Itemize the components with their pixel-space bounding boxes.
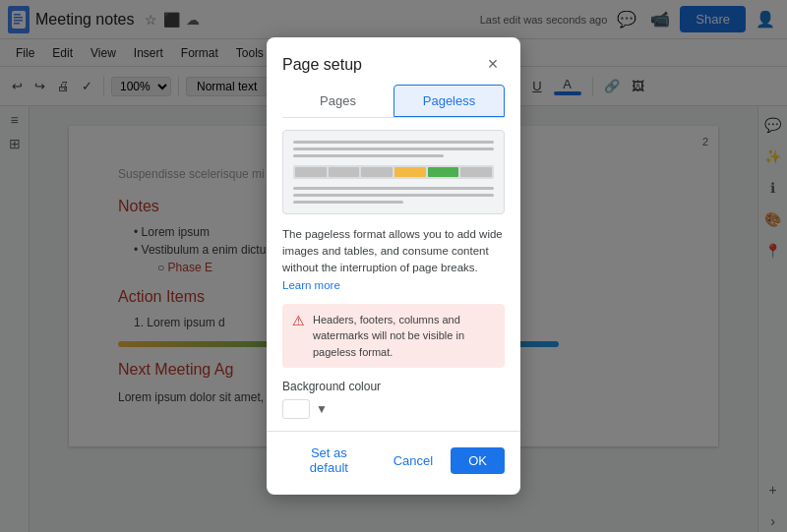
warning-box: ⚠ Headers, footers, columns and watermar… bbox=[282, 304, 505, 369]
page-setup-modal: Page setup × Pages Pageless bbox=[267, 37, 520, 496]
cancel-button[interactable]: Cancel bbox=[384, 447, 443, 474]
bg-color-label: Background colour bbox=[282, 380, 505, 393]
preview-line-2 bbox=[293, 148, 494, 150]
color-picker-row: ▼ bbox=[282, 399, 505, 419]
warning-message: Headers, footers, columns and watermarks… bbox=[313, 312, 495, 361]
learn-more-link[interactable]: Learn more bbox=[282, 279, 340, 291]
tab-pageless[interactable]: Pageless bbox=[394, 85, 505, 117]
modal-overlay[interactable]: Page setup × Pages Pageless bbox=[0, 0, 787, 532]
warning-triangle-icon: ⚠ bbox=[292, 313, 305, 328]
modal-close-button[interactable]: × bbox=[481, 53, 505, 77]
preview-line-4 bbox=[293, 187, 494, 190]
color-swatch[interactable] bbox=[282, 399, 310, 419]
tab-pages[interactable]: Pages bbox=[282, 85, 394, 117]
color-dropdown-btn[interactable]: ▼ bbox=[316, 402, 328, 416]
pageless-preview bbox=[282, 130, 505, 214]
preview-cell-4 bbox=[394, 167, 426, 177]
preview-wide-image bbox=[293, 165, 494, 179]
preview-cell-6 bbox=[460, 167, 492, 177]
modal-footer: Set as default Cancel OK bbox=[267, 431, 520, 495]
modal-body: The pageless format allows you to add wi… bbox=[267, 118, 520, 432]
preview-line-3 bbox=[293, 154, 444, 157]
preview-cell-5 bbox=[428, 167, 459, 177]
modal-title: Page setup bbox=[282, 56, 362, 74]
preview-line-1 bbox=[293, 141, 494, 144]
ok-button[interactable]: OK bbox=[451, 447, 505, 474]
modal-header: Page setup × bbox=[267, 37, 520, 85]
tab-bar: Pages Pageless bbox=[282, 85, 505, 118]
preview-line-6 bbox=[293, 201, 403, 204]
set-as-default-button[interactable]: Set as default bbox=[282, 440, 376, 481]
preview-cell-2 bbox=[329, 167, 360, 177]
preview-line-5 bbox=[293, 194, 494, 197]
preview-cell-1 bbox=[295, 167, 327, 177]
preview-cell-3 bbox=[361, 167, 393, 177]
pageless-description: The pageless format allows you to add wi… bbox=[282, 226, 505, 294]
